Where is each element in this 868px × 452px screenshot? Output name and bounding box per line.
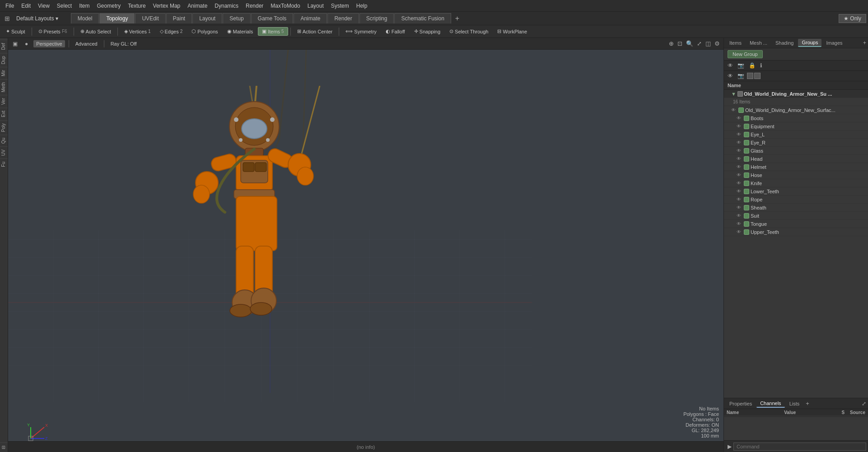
crosshair-icon[interactable]: ⊕ <box>668 39 675 48</box>
command-input[interactable] <box>733 443 866 451</box>
list-item[interactable]: 👁Suit <box>724 212 868 220</box>
tab-schematic-fusion[interactable]: Schematic Fusion <box>394 13 451 23</box>
only-button[interactable]: ★ Only <box>839 14 866 23</box>
tab-channels[interactable]: Channels <box>756 400 784 408</box>
tab-game-tools[interactable]: Game Tools <box>251 13 294 23</box>
tab-mesh[interactable]: Mesh ... <box>746 39 771 47</box>
expand-icon[interactable]: + <box>863 40 866 46</box>
add-bottom-tab[interactable]: + <box>804 399 811 408</box>
perspective-button[interactable]: Perspective <box>33 40 65 47</box>
advanced-button[interactable]: Advanced <box>73 40 100 47</box>
list-item[interactable]: 👁Helmet <box>724 163 868 171</box>
sculpt-toggle[interactable]: ✦ Sculpt <box>2 27 29 36</box>
zoom-fit-icon[interactable]: ⊡ <box>677 39 683 48</box>
tab-lists[interactable]: Lists <box>786 400 803 407</box>
left-tab-fu[interactable]: Fu <box>0 158 8 170</box>
menu-texture[interactable]: Texture <box>124 2 149 10</box>
snapping-button[interactable]: ✛ Snapping <box>410 27 445 36</box>
expand-icon[interactable]: ⤢ <box>696 39 703 48</box>
list-item[interactable]: 👁Head <box>724 155 868 163</box>
vertices-button[interactable]: ◈ Vertices 1 <box>120 27 155 36</box>
viewport-mode[interactable]: ● <box>23 40 30 48</box>
eye-icon-row1[interactable]: 👁 <box>726 61 735 70</box>
edges-button[interactable]: ◇ Edges 2 <box>156 27 187 36</box>
menu-select[interactable]: Select <box>53 2 75 10</box>
menu-system[interactable]: System <box>327 2 353 10</box>
left-tab-ext[interactable]: Ext <box>0 107 8 120</box>
left-tab-bottom-toggle[interactable]: ⊟ <box>0 443 8 452</box>
eye-icon-row2[interactable]: 👁 <box>726 72 735 80</box>
left-tab-dup[interactable]: Dup <box>0 53 8 67</box>
falloff-button[interactable]: ◐ Falloff <box>382 27 409 36</box>
list-item[interactable]: 👁Boots <box>724 114 868 122</box>
left-tab-def[interactable]: Def <box>0 40 8 53</box>
items-list[interactable]: ▼ Old_World_Diving_Armor_New_Su ... 16 I… <box>724 90 868 398</box>
presets-button[interactable]: ⊙ Presets F6 <box>34 27 71 36</box>
list-item[interactable]: 👁Glass <box>724 147 868 155</box>
camera-icon-row1[interactable]: 📷 <box>736 61 746 70</box>
menu-layout[interactable]: Layout <box>304 2 327 10</box>
left-tab-ver[interactable]: Ver <box>0 95 8 107</box>
action-center-button[interactable]: ⊞ Action Center <box>293 27 337 36</box>
command-arrow[interactable]: ▶ <box>726 443 733 451</box>
menu-vertex-map[interactable]: Vertex Map <box>149 2 184 10</box>
camera-icon-row2[interactable]: 📷 <box>736 72 746 80</box>
tab-items[interactable]: Items <box>726 39 745 47</box>
menu-view[interactable]: View <box>34 2 53 10</box>
autoselect-button[interactable]: ⊕ Auto Select <box>76 27 115 36</box>
select-through-button[interactable]: ⊙ Select Through <box>445 27 492 36</box>
tab-topology[interactable]: Topology <box>99 13 135 23</box>
tab-groups[interactable]: Groups <box>798 39 821 47</box>
tab-shading[interactable]: Shading <box>772 39 797 47</box>
list-item[interactable]: 👁Equipment <box>724 122 868 130</box>
list-item[interactable]: 👁Old_World_Diving_Armor_New_Surfac... <box>724 106 868 114</box>
polygons-button[interactable]: ⬡ Polygons <box>187 27 222 36</box>
list-item[interactable]: 👁Lower_Teeth <box>724 187 868 196</box>
menu-render[interactable]: Render <box>242 2 267 10</box>
list-item[interactable]: 👁Upper_Teeth <box>724 228 868 236</box>
materials-button[interactable]: ◉ Materials <box>223 27 257 36</box>
list-item[interactable]: 👁Hose <box>724 171 868 179</box>
menu-item[interactable]: Item <box>75 2 93 10</box>
list-item[interactable]: 👁Eye_L <box>724 130 868 139</box>
new-group-button[interactable]: New Group <box>728 50 763 58</box>
menu-geometry[interactable]: Geometry <box>93 2 125 10</box>
bottom-expand-icon[interactable]: ⤢ <box>862 401 866 407</box>
tab-properties[interactable]: Properties <box>726 400 756 407</box>
ray-gl-button[interactable]: Ray GL: Off <box>108 40 140 47</box>
workplane-button[interactable]: ⊟ WorkPlane <box>493 27 531 36</box>
vis-checkbox[interactable] <box>747 73 753 79</box>
list-item[interactable]: 👁Tongue <box>724 220 868 228</box>
list-item-parent[interactable]: ▼ Old_World_Diving_Armor_New_Su ... <box>724 90 868 98</box>
left-tab-meth[interactable]: Meth <box>0 79 8 95</box>
tab-setup[interactable]: Setup <box>223 13 250 23</box>
layout-dropdown[interactable]: Default Layouts ▾ <box>13 14 62 23</box>
tab-uvedit[interactable]: UVEdit <box>135 13 165 23</box>
items-button[interactable]: ▣ Items 5 <box>258 27 288 36</box>
add-layout-tab[interactable]: + <box>452 13 463 24</box>
menu-dynamics[interactable]: Dynamics <box>211 2 242 10</box>
layout-icon[interactable]: ⊞ <box>2 14 13 23</box>
menu-animate[interactable]: Animate <box>184 2 211 10</box>
menu-file[interactable]: File <box>2 2 18 10</box>
left-tab-uv[interactable]: UV <box>0 146 8 158</box>
tab-model[interactable]: Model <box>71 13 99 23</box>
zoom-out-icon[interactable]: 🔍 <box>685 39 694 48</box>
tab-images[interactable]: Images <box>822 39 846 47</box>
tab-paint[interactable]: Paint <box>166 13 192 23</box>
menu-maxtomodo[interactable]: MaxToModo <box>267 2 303 10</box>
lock-icon-row1[interactable]: 🔒 <box>747 61 757 70</box>
tab-animate[interactable]: Animate <box>294 13 327 23</box>
list-item[interactable]: 👁Knife <box>724 179 868 187</box>
camera-icon[interactable]: ◫ <box>705 39 712 48</box>
list-item[interactable]: 👁Eye_R <box>724 139 868 147</box>
settings-icon[interactable]: ⚙ <box>714 39 721 48</box>
vis-checkbox-2[interactable] <box>754 73 761 79</box>
left-tab-qu[interactable]: Qu <box>0 135 8 146</box>
viewport-3d[interactable]: No Items Polygons : Face Channels: 0 Def… <box>8 50 723 452</box>
menu-edit[interactable]: Edit <box>18 2 34 10</box>
info-icon-row1[interactable]: ℹ <box>758 61 764 70</box>
tab-render[interactable]: Render <box>327 13 359 23</box>
list-item[interactable]: 👁Rope <box>724 196 868 204</box>
tab-layout[interactable]: Layout <box>192 13 222 23</box>
